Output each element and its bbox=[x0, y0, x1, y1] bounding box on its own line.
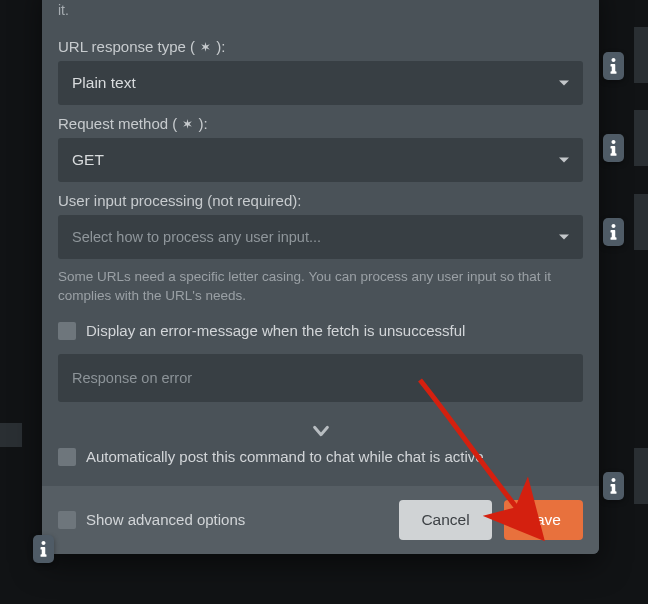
request-method-label: Request method ( ): bbox=[58, 115, 583, 132]
chevron-down-icon bbox=[306, 420, 336, 442]
info-icon[interactable] bbox=[603, 134, 624, 162]
info-icon-glyph bbox=[609, 224, 618, 240]
label-text: ): bbox=[194, 115, 207, 132]
cancel-button[interactable]: Cancel bbox=[399, 500, 491, 540]
label-text: Request method ( bbox=[58, 115, 181, 132]
save-button[interactable]: Save bbox=[504, 500, 583, 540]
display-error-checkbox-row[interactable]: Display an error-message when the fetch … bbox=[58, 322, 583, 340]
info-icon[interactable] bbox=[603, 472, 624, 500]
label-text: URL response type ( bbox=[58, 38, 199, 55]
info-icon[interactable] bbox=[603, 218, 624, 246]
info-icon-glyph bbox=[609, 58, 618, 74]
info-icon-glyph bbox=[609, 140, 618, 156]
expand-more-button[interactable] bbox=[58, 420, 583, 442]
info-icon-glyph bbox=[39, 541, 48, 557]
show-advanced-checkbox-row[interactable]: Show advanced options bbox=[58, 511, 245, 529]
modal-body: commands. But still, use precaution when… bbox=[42, 0, 599, 486]
select-value: GET bbox=[72, 151, 104, 169]
chevron-down-icon bbox=[559, 234, 569, 239]
modal-footer: Show advanced options Cancel Save bbox=[42, 486, 599, 554]
info-icon[interactable] bbox=[603, 52, 624, 80]
user-input-processing-label: User input processing (not required): bbox=[58, 192, 583, 209]
response-on-error-input[interactable]: Response on error bbox=[58, 354, 583, 402]
bg-strip bbox=[634, 27, 648, 83]
checkbox[interactable] bbox=[58, 448, 76, 466]
command-settings-modal: commands. But still, use precaution when… bbox=[42, 0, 599, 554]
chevron-down-icon bbox=[559, 80, 569, 85]
label-text: ): bbox=[212, 38, 225, 55]
asterisk-icon bbox=[199, 41, 212, 54]
user-input-processing-select[interactable]: Select how to process any user input... bbox=[58, 215, 583, 259]
checkbox-label: Display an error-message when the fetch … bbox=[86, 322, 465, 339]
checkbox-label: Automatically post this command to chat … bbox=[86, 448, 484, 465]
url-response-type-label: URL response type ( ): bbox=[58, 38, 583, 55]
bg-strip bbox=[634, 448, 648, 504]
chevron-down-icon bbox=[559, 157, 569, 162]
info-icon-glyph bbox=[609, 478, 618, 494]
url-response-type-select[interactable]: Plain text bbox=[58, 61, 583, 105]
input-placeholder: Response on error bbox=[72, 370, 192, 386]
bg-strip bbox=[0, 423, 22, 447]
info-icon[interactable] bbox=[33, 535, 54, 563]
bg-strip bbox=[634, 194, 648, 250]
checkbox[interactable] bbox=[58, 511, 76, 529]
request-method-select[interactable]: GET bbox=[58, 138, 583, 182]
note-text: commands. But still, use precaution when… bbox=[58, 0, 583, 28]
user-input-help-text: Some URLs need a specific letter casing.… bbox=[58, 268, 583, 306]
select-value: Plain text bbox=[72, 74, 136, 92]
checkbox[interactable] bbox=[58, 322, 76, 340]
autopost-checkbox-row[interactable]: Automatically post this command to chat … bbox=[58, 448, 583, 466]
bg-strip bbox=[634, 110, 648, 166]
select-placeholder: Select how to process any user input... bbox=[72, 229, 321, 245]
asterisk-icon bbox=[181, 118, 194, 131]
checkbox-label: Show advanced options bbox=[86, 511, 245, 528]
